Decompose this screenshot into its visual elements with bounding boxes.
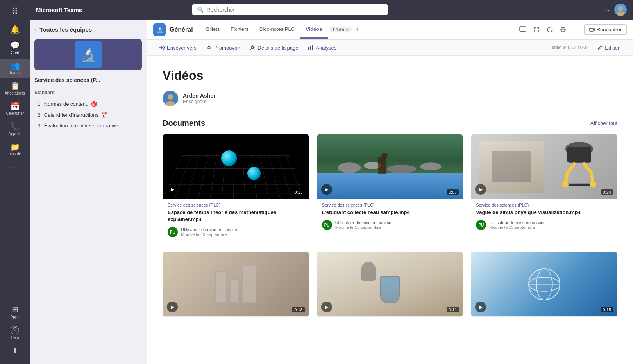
channel-item-3[interactable]: 3. Évaluation formative et formative (34, 120, 142, 131)
video-thumb-5: ▶ 0:11 (317, 252, 463, 316)
uploader-label-3: Utilisateur de mise en service (489, 220, 545, 225)
play-button-1[interactable]: ▶ (167, 184, 178, 195)
search-input[interactable] (207, 7, 383, 13)
svg-point-8 (251, 46, 254, 49)
documents-section-title: Documents (163, 119, 205, 128)
sidebar-more-dots[interactable]: ··· (7, 160, 23, 175)
video-card-3[interactable]: ▶ 0:24 Service des sciences (PLC) Vague … (471, 134, 617, 242)
sidebar-item-appelle[interactable]: 📞 Appelle (0, 120, 30, 139)
channel-3-name: Évaluation formative et formative (44, 123, 118, 128)
video-duration-1: 0:13 (292, 189, 304, 195)
video-meta-3: PU Utilisateur de mise en service Modifi… (476, 220, 612, 230)
meet-button[interactable]: Rencontrer (584, 24, 627, 35)
download-icon: ⬇ (12, 347, 18, 355)
uploader-label-1: Utilisateur de mise en service (181, 227, 237, 232)
page-title: Vidéos (163, 68, 617, 83)
expand-action-button[interactable] (532, 25, 541, 34)
teams-panel-header: ‹ Toutes les équipes (30, 20, 147, 36)
svg-rect-9 (308, 47, 309, 50)
see-all-button[interactable]: Afficher tout (590, 120, 617, 126)
svg-rect-20 (567, 147, 591, 163)
user-avatar[interactable] (614, 4, 627, 16)
channel-2-num: 2. (38, 112, 42, 118)
search-bar[interactable]: 🔍 (192, 4, 388, 15)
sidebar: ⠿ 🔔 💬 Chat 👥 Teams 📋 Affectations 📅 Cale… (0, 0, 30, 364)
channel-item-1[interactable]: 1. Normes de contenu 🎯 (34, 98, 142, 109)
tab-videos-label: Vidéos (306, 26, 322, 32)
channel-1-icon: 🎯 (91, 101, 97, 107)
sidebar-item-apps[interactable]: ⊞ Apps (0, 302, 30, 322)
analytics-label: Analyses (316, 45, 336, 51)
send-to-button[interactable]: Envoyer vers (156, 43, 199, 52)
channel-icon-emoji: 🔬 (156, 27, 163, 33)
upload-date-2: Modifié le 13 septembre (335, 225, 392, 230)
video-thumb-6: ▶ 0:15 (471, 252, 617, 316)
sidebar-item-activity[interactable]: 🔔 (0, 22, 30, 37)
sidebar-item-plus[interactable]: 📁 plus de (0, 140, 30, 159)
toolbar: Envoyer vers Promouvoir Détails de la pa… (147, 40, 633, 56)
promote-button[interactable]: Promouvoir (204, 43, 242, 52)
add-tab-button[interactable]: + (352, 25, 363, 34)
play-button-5[interactable]: ▶ (321, 302, 332, 312)
author-role: Enseignant (183, 99, 216, 104)
video-card-4[interactable]: ▶ 0:18 (163, 252, 309, 317)
sidebar-item-appelle-label: Appelle (8, 132, 21, 136)
video-thumb-4: ▶ 0:18 (163, 252, 309, 316)
app-name: Microsoft Teams (36, 7, 82, 13)
video-card-2[interactable]: ▶ 0:07 Service des sciences (PLC) L'étud… (317, 134, 463, 242)
play-button-2[interactable]: ▶ (321, 184, 332, 195)
sidebar-item-teams[interactable]: 👥 Teams (0, 59, 30, 78)
video-grid-2: ▶ 0:18 ▶ 0:11 (163, 252, 617, 317)
tab-fichiers[interactable]: Fichiers (225, 21, 254, 39)
svg-rect-7 (590, 28, 593, 31)
topbar: Microsoft Teams 🔍 ··· (30, 0, 633, 20)
sidebar-item-plus-label: plus de (9, 152, 21, 156)
back-button[interactable]: ‹ (34, 26, 36, 33)
globe-action-button[interactable] (558, 25, 568, 34)
refresh-icon (547, 27, 553, 33)
details-button[interactable]: Détails de la page (247, 43, 300, 52)
video-card-1[interactable]: ▶ 0:13 Service des sciences (PLC) Espace… (163, 134, 309, 242)
channel-item-2[interactable]: 2. Calendrier d'instructions 📅 (34, 109, 142, 120)
uploader-label-2: Utilisateur de mise en service (335, 220, 392, 225)
help-icon: ? (11, 326, 19, 334)
video-duration-6: 0:15 (601, 307, 613, 312)
sidebar-item-grid[interactable]: ⠿ (0, 4, 30, 21)
video-card-5[interactable]: ▶ 0:11 (317, 252, 463, 317)
video-thumb-1: ▶ 0:13 (163, 134, 309, 199)
tab-billets[interactable]: Billets (201, 21, 225, 39)
main-content: 🔬 Général Billets Fichiers Bloc-notes PL… (147, 20, 633, 364)
channel-2-icon: 📅 (101, 112, 107, 118)
appelle-icon: 📞 (10, 123, 20, 130)
more-action-button[interactable]: ··· (572, 25, 580, 35)
video-name-3: Vague de sinus physique visualization.mp… (476, 209, 612, 216)
sidebar-item-chat[interactable]: 💬 Chat (0, 38, 30, 58)
video-grid: ▶ 0:13 Service des sciences (PLC) Espace… (163, 134, 617, 242)
edition-label: Edition (605, 45, 620, 51)
sidebar-item-download[interactable]: ⬇ (0, 344, 30, 358)
tab-videos[interactable]: Vidéos (300, 21, 327, 39)
chat-action-button[interactable] (518, 25, 528, 35)
analytics-button[interactable]: Analyses (305, 43, 339, 52)
author-avatar (163, 91, 178, 106)
files-count[interactable]: 4 fichiers (329, 27, 352, 32)
edit-icon (597, 45, 603, 50)
refresh-action-button[interactable] (545, 25, 554, 34)
edition-button[interactable]: Edition (594, 43, 624, 52)
tab-bloc-notes[interactable]: Bloc-notes PLC (254, 21, 300, 39)
search-icon: 🔍 (197, 7, 204, 13)
chat-icon: 💬 (10, 41, 20, 49)
video-name-1: Espace de temps théorie des mathématique… (168, 209, 304, 223)
team-menu-button[interactable]: ··· (137, 77, 142, 84)
video-duration-5: 0:11 (447, 307, 459, 312)
sidebar-item-affectations[interactable]: 📋 Affectations (0, 79, 30, 98)
channel-1-name: Normes de contenu (44, 101, 88, 107)
video-card-6[interactable]: ▶ 0:15 (471, 252, 617, 317)
topbar-more-button[interactable]: ··· (603, 5, 610, 14)
svg-point-13 (168, 94, 173, 100)
sidebar-item-apps-label: Apps (11, 314, 20, 319)
sidebar-item-calendrier[interactable]: 📅 Calendrier (0, 99, 30, 119)
sidebar-item-help[interactable]: ? Help (0, 323, 30, 343)
video-duration-3: 0:24 (601, 189, 613, 195)
video-thumb-2: ▶ 0:07 (317, 134, 463, 199)
